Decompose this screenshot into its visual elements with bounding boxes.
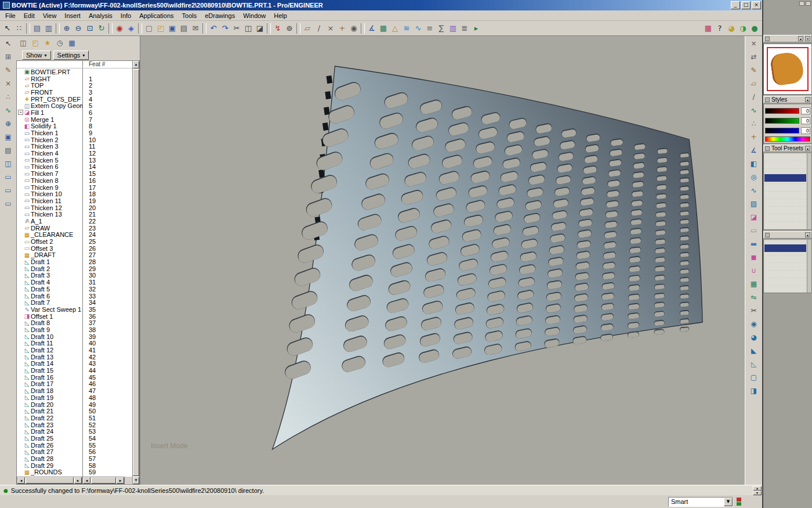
tree-item[interactable]: Offset 1 36 xyxy=(17,313,132,320)
zoom-out[interactable]: ⊖ xyxy=(72,23,84,34)
expand-icon[interactable] xyxy=(18,381,23,387)
tree-item[interactable]: Draft 1 28 xyxy=(17,258,132,265)
separator[interactable] xyxy=(267,23,271,34)
tree-item[interactable]: Thicken 10 18 xyxy=(17,190,132,197)
draft-tool[interactable]: ◺ xyxy=(748,358,760,370)
measure[interactable]: ∡ xyxy=(366,23,378,34)
selection-filter-combo[interactable]: Smart ▼ xyxy=(668,497,733,507)
scrollbar-thumb[interactable] xyxy=(26,477,74,484)
close-button[interactable]: × xyxy=(752,1,761,9)
tree-item[interactable]: Draft 19 48 xyxy=(17,394,132,401)
title-bar[interactable]: BOWTIE (Active) F:\formway\FF-002-knollS… xyxy=(0,0,762,10)
selection-filter[interactable]: ∷ xyxy=(13,23,25,34)
color-spectrum-bar[interactable] xyxy=(765,136,810,142)
navigator-palette-header[interactable]: ▴ × xyxy=(763,35,812,42)
scroll-right-arrow[interactable]: ▸ xyxy=(74,477,82,484)
tree-item[interactable]: Thicken 12 20 xyxy=(17,204,132,211)
scroll-right-arrow[interactable]: ▸ xyxy=(117,477,124,484)
expand-icon[interactable] xyxy=(18,415,23,420)
tree-item[interactable]: Draft 23 52 xyxy=(17,421,132,428)
var-sect-sweep-tool[interactable]: ∿ xyxy=(748,184,760,196)
collapse-icon[interactable]: ▴ xyxy=(798,36,803,41)
expand-icon[interactable] xyxy=(18,273,23,278)
email[interactable]: ✉ xyxy=(190,23,201,34)
expand-icon[interactable] xyxy=(18,171,23,176)
tree-item[interactable]: _CLEARANCE 24 xyxy=(17,232,132,239)
expand-icon[interactable] xyxy=(18,185,23,190)
sketcher-tool[interactable]: ✎ xyxy=(2,64,14,76)
palette-scrollbar[interactable] xyxy=(807,153,811,229)
print-screen[interactable]: ▤ xyxy=(31,23,43,34)
smart-select[interactable]: ↖ xyxy=(2,23,13,34)
fill-tool[interactable]: ◪ xyxy=(748,211,760,223)
refit[interactable]: ⊡ xyxy=(84,23,96,34)
repaint[interactable]: ↻ xyxy=(96,23,107,34)
saved-view-2[interactable]: ▭ xyxy=(2,184,14,196)
tree-item[interactable]: Draft 12 41 xyxy=(17,347,132,354)
menu-item[interactable]: File xyxy=(1,11,20,20)
print[interactable]: ▤ xyxy=(178,23,190,34)
open-file[interactable]: ◰ xyxy=(155,23,166,34)
model-player[interactable]: ▸ xyxy=(470,23,482,34)
tree-item[interactable]: Draft 4 31 xyxy=(17,279,132,286)
cut[interactable]: ✂ xyxy=(231,23,242,34)
separator[interactable] xyxy=(56,23,60,34)
paste[interactable]: ◪ xyxy=(254,23,266,34)
tree-item[interactable]: DRAW 23 xyxy=(17,225,132,232)
expand-icon[interactable] xyxy=(18,205,23,210)
regenerate[interactable]: ↯ xyxy=(272,23,284,34)
tree-item[interactable]: Draft 8 37 xyxy=(17,319,132,326)
separator[interactable] xyxy=(296,23,300,34)
expand-icon[interactable] xyxy=(18,157,23,163)
tree-item[interactable]: Thicken 13 21 xyxy=(17,211,132,218)
redefine[interactable]: ⇄ xyxy=(748,51,760,63)
tree-item[interactable]: Draft 29 58 xyxy=(17,462,132,469)
plot[interactable]: ▥ xyxy=(43,23,55,34)
spin-center-display[interactable]: ◉ xyxy=(348,23,360,34)
datum-point-tool[interactable]: ∴ xyxy=(748,117,760,129)
expand-icon[interactable] xyxy=(18,463,23,468)
tree-item[interactable]: Draft 11 40 xyxy=(17,340,132,347)
expand-icon[interactable] xyxy=(18,164,23,170)
tree-item[interactable]: BOWTIE.PRT xyxy=(17,69,132,75)
tree-item[interactable]: Draft 25 54 xyxy=(17,435,132,442)
expand-icon[interactable] xyxy=(18,402,23,407)
tree-pane-divider[interactable] xyxy=(82,69,83,477)
select-by-menu[interactable]: × xyxy=(748,37,760,49)
tree-item[interactable]: Draft 18 47 xyxy=(17,387,132,394)
model-colors[interactable]: ◕ xyxy=(726,23,737,34)
solidify-tool[interactable]: ◼ xyxy=(748,251,760,263)
expand-icon[interactable] xyxy=(18,117,23,122)
expand-icon[interactable] xyxy=(18,320,23,326)
surface-analysis[interactable]: ≋ xyxy=(401,23,412,34)
view-manager[interactable]: ◫ xyxy=(2,157,14,170)
geometry-checks[interactable]: △ xyxy=(389,23,401,34)
expand-icon[interactable] xyxy=(18,232,23,237)
tree-item[interactable]: PRT_CSYS_DEF 4 xyxy=(17,96,132,103)
expand-icon[interactable] xyxy=(18,314,23,319)
expand-icon[interactable] xyxy=(18,374,23,380)
expand-icon[interactable] xyxy=(18,246,23,251)
expand-icon[interactable] xyxy=(18,422,23,427)
tree-item[interactable]: Draft 3 30 xyxy=(17,272,132,279)
parameters[interactable]: ∑ xyxy=(436,23,447,34)
offset-point-tool[interactable]: ∴ xyxy=(2,91,14,103)
scrollbar-thumb[interactable] xyxy=(91,477,116,484)
separator[interactable] xyxy=(202,23,206,34)
expand-icon[interactable] xyxy=(18,69,23,74)
expand-icon[interactable] xyxy=(18,300,23,305)
graphics-viewport[interactable]: Insert Mode xyxy=(140,36,745,485)
datum-axis-display[interactable]: ∕ xyxy=(313,23,325,34)
expand-icon[interactable] xyxy=(18,395,23,400)
relations[interactable]: ≡ xyxy=(424,23,436,34)
expand-icon[interactable] xyxy=(18,368,23,373)
trim-tool[interactable]: ✂ xyxy=(748,304,760,316)
folder-browser[interactable]: ◰ xyxy=(30,37,41,49)
tree-item[interactable]: Draft 21 50 xyxy=(17,408,132,415)
expand-icon[interactable] xyxy=(18,260,23,265)
expand-icon[interactable] xyxy=(18,470,23,475)
saved-view-3[interactable]: ▭ xyxy=(2,197,14,210)
pattern-tool[interactable]: ▦ xyxy=(748,278,760,290)
tree-item[interactable]: Draft 13 42 xyxy=(17,354,132,361)
tree-item[interactable]: Draft 15 44 xyxy=(17,367,132,374)
